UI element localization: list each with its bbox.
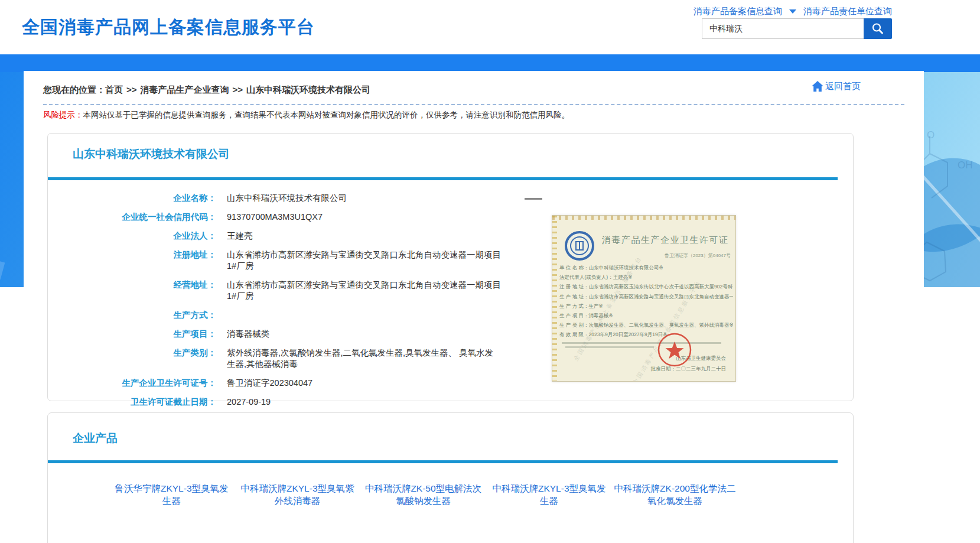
field-row: 注册地址：山东省潍坊市高新区潍安路与宝通街交叉路口东北角自动变速器一期项目1#厂… <box>48 249 556 272</box>
field-row: 经营地址：山东省潍坊市高新区潍安路与宝通街交叉路口东北角自动变速器一期项目1#厂… <box>48 279 556 302</box>
nav-link-filing-query[interactable]: 消毒产品备案信息查询 <box>694 6 782 17</box>
certificate-line: 生 产 类 别：次氯酸钠发生器、二氧化氯发生器、臭氧发生器、紫外线消毒器※ <box>559 320 733 330</box>
field-value: 2027-09-19 <box>227 396 502 408</box>
card-title-underline <box>48 177 838 180</box>
field-label: 生产类别： <box>48 347 216 370</box>
field-row: 企业法人：王建亮 <box>48 230 556 242</box>
certificate-line: 生 产 方 式：生产※ <box>559 301 733 311</box>
field-label: 生产企业卫生许可证号： <box>48 378 216 389</box>
certificate-emblem-icon <box>564 230 595 261</box>
certificate-number: 鲁卫消证字（2023）第04047号 <box>665 252 731 259</box>
scan-artifact-dash <box>525 198 542 200</box>
field-row: 生产项目：消毒器械类 <box>48 329 556 340</box>
card-title-underline <box>48 460 838 463</box>
banner-strip <box>0 54 980 72</box>
red-seal-icon <box>656 331 693 368</box>
product-link[interactable]: 中科瑞沃牌ZK-200型化学法二氧化氯发生器 <box>614 482 736 507</box>
field-label: 企业名称： <box>48 193 216 204</box>
breadcrumb-separator: >> <box>126 84 137 95</box>
product-link[interactable]: 中科瑞沃牌ZKYL-3型臭氧紫外线消毒器 <box>236 482 359 507</box>
main-panel: 您现在的位置：首页>>消毒产品生产企业查询>>山东中科瑞沃环境技术有限公司 返回… <box>24 71 924 543</box>
product-link[interactable]: 中科瑞沃牌ZKYL-3型臭氧发生器 <box>488 482 610 507</box>
certificate-title: 消毒产品生产企业卫生许可证 <box>602 235 729 246</box>
product-list: 鲁沃华宇牌ZKYL-3型臭氧发生器 中科瑞沃牌ZKYL-3型臭氧紫外线消毒器 中… <box>110 482 808 507</box>
certificate-line: 单 位 名 称：山东中科瑞沃环境技术有限公司※ <box>559 263 733 272</box>
field-row: 生产类别：紫外线消毒器,次氯酸钠发生器,二氧化氯发生器,臭氧发生器、 臭氧水发生… <box>48 347 556 370</box>
field-value: 91370700MA3M3U1QX7 <box>227 212 502 223</box>
certificate-fineprint <box>565 346 654 348</box>
breadcrumb-prefix: 您现在的位置： <box>43 84 105 95</box>
products-card-title: 企业产品 <box>73 431 118 446</box>
field-label: 注册地址： <box>48 249 216 272</box>
company-card: 山东中科瑞沃环境技术有限公司 企业名称：山东中科瑞沃环境技术有限公司 企业统一社… <box>47 133 854 401</box>
search-button[interactable] <box>864 18 892 39</box>
breadcrumb-section-link[interactable]: 消毒产品生产企业查询 <box>141 84 229 95</box>
field-value: 山东省潍坊市高新区潍安路与宝通街交叉路口东北角自动变速器一期项目1#厂房 <box>227 249 502 272</box>
field-row: 企业统一社会信用代码：91370700MA3M3U1QX7 <box>48 212 556 223</box>
field-value: 紫外线消毒器,次氯酸钠发生器,二氧化氯发生器,臭氧发生器、 臭氧水发生器,其他器… <box>227 347 502 370</box>
top-nav: 消毒产品备案信息查询 消毒产品责任单位查询 <box>694 6 892 17</box>
field-row: 卫生许可证截止日期：2027-09-19 <box>48 396 556 408</box>
field-row: 企业名称：山东中科瑞沃环境技术有限公司 <box>48 193 556 204</box>
site-title: 全国消毒产品网上备案信息服务平台 <box>22 15 315 40</box>
product-link[interactable]: 中科瑞沃牌ZK-50型电解法次氯酸钠发生器 <box>362 482 484 507</box>
field-value: 消毒器械类 <box>227 329 502 340</box>
certificate-line: 生 产 项 目：消毒器械※ <box>559 311 733 320</box>
company-fields: 企业名称：山东中科瑞沃环境技术有限公司 企业统一社会信用代码：91370700M… <box>48 193 556 415</box>
field-value: 山东省潍坊市高新区潍安路与宝通街交叉路口东北角自动变速器一期项目1#厂房 <box>227 279 502 302</box>
field-row: 生产方式： <box>48 310 556 321</box>
certificate-lines: 单 位 名 称：山东中科瑞沃环境技术有限公司※ 法定代表人(或负责人)：王建亮※… <box>559 263 733 340</box>
field-label: 生产方式： <box>48 310 216 321</box>
search-input[interactable] <box>702 18 864 39</box>
search-icon <box>871 22 885 36</box>
home-icon <box>811 80 824 92</box>
field-value: 鲁卫消证字202304047 <box>227 378 502 389</box>
certificate-fineprint <box>562 342 721 344</box>
field-value <box>227 310 502 321</box>
field-label: 生产项目： <box>48 329 216 340</box>
breadcrumb-current: 山东中科瑞沃环境技术有限公司 <box>246 84 370 95</box>
molecule-label-oh: OH <box>958 160 973 171</box>
risk-notice-text: 本网站仅基于已掌握的信息提供查询服务，查询结果不代表本网站对被查询对象信用状况的… <box>83 110 570 119</box>
certificate-line: 法定代表人(或负责人)：王建亮※ <box>559 272 733 282</box>
field-value: 王建亮 <box>227 230 502 242</box>
certificate-line: 注 册 地 址：山东省潍坊高新区玉清东街以北中心次干道以西高新大厦902号科研※ <box>559 282 733 291</box>
products-card: 企业产品 鲁沃华宇牌ZKYL-3型臭氧发生器 中科瑞沃牌ZKYL-3型臭氧紫外线… <box>47 412 854 543</box>
back-home-link[interactable]: 返回首页 <box>811 80 861 92</box>
breadcrumb-home-link[interactable]: 首页 <box>105 84 123 95</box>
product-link[interactable]: 鲁沃华宇牌ZKYL-3型臭氧发生器 <box>110 482 233 507</box>
back-home-label: 返回首页 <box>825 81 861 92</box>
certificate-line: 有 效 期 限：2023年9月20日至2027年9月19日※ <box>559 330 733 339</box>
dashed-separator <box>43 104 904 105</box>
hygiene-license-certificate-image: 全国消毒产品网上备案信息服务平台 全国消毒产品网上备案信息服务平台 消毒产品生产… <box>552 215 736 382</box>
field-label: 企业法人： <box>48 230 216 242</box>
field-label: 经营地址： <box>48 279 216 302</box>
nav-link-responsible-query[interactable]: 消毒产品责任单位查询 <box>803 6 892 17</box>
search-bar <box>702 18 892 39</box>
molecule-label-o: O <box>927 130 935 141</box>
risk-notice: 风险提示：本网站仅基于已掌握的信息提供查询服务，查询结果不代表本网站对被查询对象… <box>43 110 569 121</box>
company-card-title: 山东中科瑞沃环境技术有限公司 <box>73 147 230 162</box>
page: 全国消毒产品网上备案信息服务平台 消毒产品备案信息查询 消毒产品责任单位查询 <box>0 0 980 543</box>
field-label: 卫生许可证截止日期： <box>48 396 216 408</box>
breadcrumb: 您现在的位置：首页>>消毒产品生产企业查询>>山东中科瑞沃环境技术有限公司 <box>43 84 370 96</box>
breadcrumb-separator: >> <box>233 84 243 95</box>
risk-notice-label: 风险提示： <box>43 110 83 119</box>
field-label: 企业统一社会信用代码： <box>48 212 216 223</box>
certificate-line: 生 产 地 址：山东省潍坊市高新区潍安路与宝通街交叉路口东北角自动变速器一期厂房… <box>559 292 733 301</box>
field-row: 生产企业卫生许可证号：鲁卫消证字202304047 <box>48 378 556 389</box>
top-header: 全国消毒产品网上备案信息服务平台 消毒产品备案信息查询 消毒产品责任单位查询 <box>0 0 980 54</box>
field-value: 山东中科瑞沃环境技术有限公司 <box>227 193 502 204</box>
chevron-down-icon[interactable] <box>789 9 796 14</box>
